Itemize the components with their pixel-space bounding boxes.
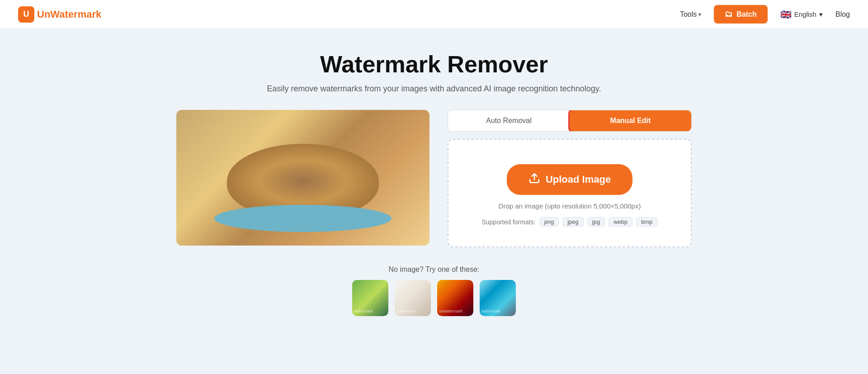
nav-right: Tools ▾ 🗂 Batch 🇬🇧 English ▾ Blog	[680, 5, 850, 24]
blog-link[interactable]: Blog	[835, 10, 850, 19]
samples-row: watermark watermark unwatermark watermar…	[136, 280, 732, 316]
format-bmp: bmp	[636, 217, 657, 227]
formats-row: Supported formats: png jpeg jpg webp bmp	[481, 217, 657, 227]
logo-icon: U	[18, 6, 34, 23]
layers-icon: 🗂	[725, 9, 733, 19]
language-selector[interactable]: 🇬🇧 English ▾	[780, 9, 823, 20]
logo[interactable]: U UnWatermark	[18, 6, 101, 23]
logo-text: UnWatermark	[37, 9, 101, 20]
tools-label: Tools	[680, 10, 697, 19]
format-webp: webp	[609, 217, 632, 227]
tab-auto-removal[interactable]: Auto Removal	[448, 110, 570, 131]
image-preview	[176, 110, 429, 246]
drop-hint: Drop an image (upto resolution 5,000×5,0…	[499, 202, 641, 210]
samples-label: No image? Try one of these:	[136, 265, 732, 274]
flag-icon: 🇬🇧	[780, 9, 792, 20]
upload-panel: Auto Removal Manual Edit	[448, 110, 692, 247]
header: U UnWatermark Tools ▾ 🗂 Batch 🇬🇧 English…	[0, 0, 868, 29]
upload-icon	[528, 172, 540, 187]
chevron-down-icon: ▾	[819, 10, 823, 19]
batch-button[interactable]: 🗂 Batch	[714, 5, 767, 24]
page-title: Watermark Remover	[136, 51, 732, 78]
upload-button[interactable]: Upload Image	[507, 164, 632, 195]
page-subtitle: Easily remove watermarks from your image…	[136, 84, 732, 94]
sample-image-3[interactable]: unwatermark	[437, 280, 473, 316]
tool-area: Auto Removal Manual Edit	[136, 110, 732, 247]
chevron-down-icon: ▾	[698, 11, 701, 18]
drop-zone[interactable]: Upload Image Drop an image (upto resolut…	[448, 139, 692, 247]
sample-image-4[interactable]: watermark	[480, 280, 516, 316]
sample-image-1[interactable]: watermark	[352, 280, 388, 316]
format-png: png	[539, 217, 559, 227]
mode-tabs: Auto Removal Manual Edit	[448, 110, 692, 132]
formats-label: Supported formats:	[481, 218, 535, 226]
preview-image	[176, 110, 429, 246]
main-content: Watermark Remover Easily remove watermar…	[118, 29, 750, 334]
tools-menu[interactable]: Tools ▾	[680, 10, 701, 19]
hero-section: Watermark Remover Easily remove watermar…	[136, 51, 732, 94]
format-jpeg: jpeg	[562, 217, 584, 227]
samples-section: No image? Try one of these: watermark wa…	[136, 265, 732, 316]
format-jpg: jpg	[587, 217, 605, 227]
tab-manual-edit[interactable]: Manual Edit	[570, 110, 691, 131]
sample-image-2[interactable]: watermark	[395, 280, 431, 316]
